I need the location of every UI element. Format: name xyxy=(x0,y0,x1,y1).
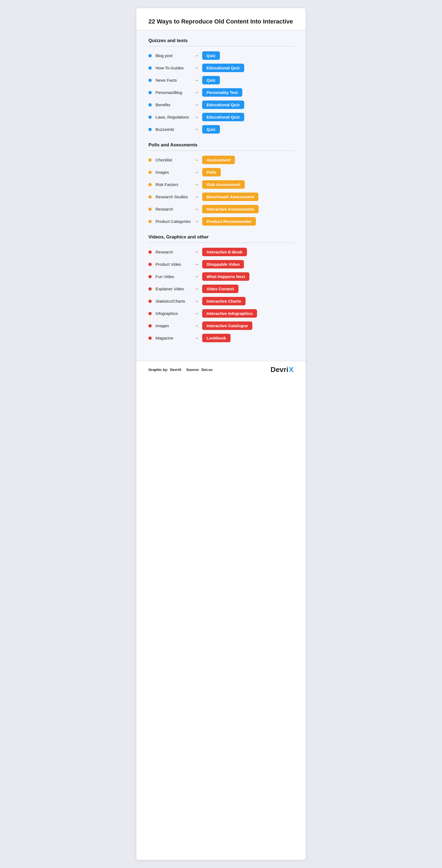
arrow-icon: → xyxy=(194,323,199,329)
list-item: Statistics/Charts→Interactive Charts xyxy=(148,297,294,305)
item-label: Explainer Video xyxy=(156,286,191,291)
graphic-by-value: DevriX xyxy=(170,368,181,372)
list-item: Risk Factors→Risk Assessment xyxy=(148,180,294,189)
item-label: Statistics/Charts xyxy=(156,299,191,304)
badge: Interactive E-Book xyxy=(202,248,247,256)
badge: Quiz xyxy=(202,76,220,84)
section-videos: Videos, Graphics and otherResearch→Inter… xyxy=(148,234,294,342)
section-quizzes: Quizzes and testsBlog post→QuizHow-To-Gu… xyxy=(148,38,294,133)
arrow-icon: → xyxy=(194,53,199,58)
item-label: Checklist xyxy=(156,158,191,162)
badge: Educational Quiz xyxy=(202,64,244,72)
item-label: Risk Factors xyxy=(156,182,191,187)
badge: Quiz xyxy=(202,125,220,133)
bullet-blue xyxy=(148,116,152,119)
item-label: Benefits xyxy=(156,102,191,107)
list-item: Research→Interactive E-Book xyxy=(148,248,294,256)
arrow-icon: → xyxy=(194,207,199,212)
item-label: Personas/Blog xyxy=(156,90,191,95)
badge: Educational Quiz xyxy=(202,100,244,109)
arrow-icon: → xyxy=(194,169,199,175)
section-polls: Polls and AsessmentsChecklist→Assessment… xyxy=(148,142,294,226)
item-label: Research xyxy=(156,250,191,254)
bullet-blue xyxy=(148,66,152,70)
badge: Assessment xyxy=(202,156,235,164)
arrow-icon: → xyxy=(194,219,199,224)
main-title: 22 Ways to Reproduce Old Content Into In… xyxy=(136,8,306,30)
logo-x: X xyxy=(289,366,294,374)
item-label: Magazine xyxy=(156,336,191,340)
arrow-icon: → xyxy=(194,274,199,279)
item-label: How-To-Guides xyxy=(156,66,191,70)
badge: Product Recommender xyxy=(202,217,256,226)
source-value: Dot.vu xyxy=(201,368,212,372)
bullet-orange xyxy=(148,208,152,211)
bullet-red xyxy=(148,337,152,340)
bullet-red xyxy=(148,250,152,254)
item-label: News Facts xyxy=(156,78,191,83)
arrow-icon: → xyxy=(194,157,199,163)
section-title-polls: Polls and Asessments xyxy=(148,142,294,148)
list-item: Fun Video→What Happens Next xyxy=(148,272,294,281)
footer: Graphic by: DevriX Source: Dot.vu DevriX xyxy=(136,361,306,378)
list-item: Images→Interactive Catalogue xyxy=(148,321,294,330)
bullet-orange xyxy=(148,183,152,186)
item-label: Laws, Regulations xyxy=(156,115,191,119)
badge: Interactive Catalogue xyxy=(202,321,252,330)
list-item: Product Categories→Product Recommender xyxy=(148,217,294,226)
bullet-red xyxy=(148,263,152,266)
bullet-orange xyxy=(148,171,152,174)
item-label: Research Studies xyxy=(156,194,191,199)
list-item: Personas/Blog→Personality Test xyxy=(148,88,294,97)
item-label: Product Video xyxy=(156,262,191,267)
badge: Benchmark Assessment xyxy=(202,192,259,201)
bullet-blue xyxy=(148,79,152,82)
list-item: Explainer Video→Video Contest xyxy=(148,285,294,293)
list-item: Laws, Regulations→Educational Quiz xyxy=(148,113,294,121)
list-item: Images→Polls xyxy=(148,168,294,177)
bullet-red xyxy=(148,275,152,278)
bullet-blue xyxy=(148,91,152,94)
item-label: Product Categories xyxy=(156,219,191,224)
list-item: Product Video→Shoppable Video xyxy=(148,260,294,269)
bullet-orange xyxy=(148,220,152,223)
item-label: Blog post xyxy=(156,53,191,58)
main-card: 22 Ways to Reproduce Old Content Into In… xyxy=(136,8,306,860)
graphic-by-label: Graphic by: xyxy=(148,368,168,372)
bullet-red xyxy=(148,312,152,315)
bullet-red xyxy=(148,324,152,328)
badge: Interactive Assessments xyxy=(202,205,259,213)
arrow-icon: → xyxy=(194,102,199,107)
list-item: How-To-Guides→Educational Quiz xyxy=(148,64,294,72)
item-label: Fun Video xyxy=(156,274,191,279)
logo-text: Devri xyxy=(271,366,288,374)
badge: What Happens Next xyxy=(202,272,249,281)
item-label: Images xyxy=(156,323,191,328)
arrow-icon: → xyxy=(194,262,199,267)
arrow-icon: → xyxy=(194,286,199,292)
section-title-videos: Videos, Graphics and other xyxy=(148,234,294,240)
list-item: Checklist→Assessment xyxy=(148,156,294,164)
arrow-icon: → xyxy=(194,311,199,316)
list-item: News Facts→Quiz xyxy=(148,76,294,84)
list-item: Infographics→Interactive Infographics xyxy=(148,309,294,318)
badge: Quiz xyxy=(202,51,220,60)
list-item: Buzzwirds→Quiz xyxy=(148,125,294,133)
badge: Video Contest xyxy=(202,285,238,293)
badge: Interactive Charts xyxy=(202,297,245,305)
arrow-icon: → xyxy=(194,194,199,200)
bullet-blue xyxy=(148,54,152,57)
arrow-icon: → xyxy=(194,182,199,187)
arrow-icon: → xyxy=(194,90,199,95)
section-title-quizzes: Quizzes and tests xyxy=(148,38,294,43)
arrow-icon: → xyxy=(194,249,199,255)
bullet-orange xyxy=(148,158,152,162)
list-item: Blog post→Quiz xyxy=(148,51,294,60)
arrow-icon: → xyxy=(194,65,199,71)
list-item: Research→Interactive Assessments xyxy=(148,205,294,213)
list-item: Magazine→Lookbook xyxy=(148,334,294,342)
footer-credit: Graphic by: DevriX Source: Dot.vu xyxy=(148,368,212,372)
item-label: Buzzwirds xyxy=(156,127,191,132)
content-area: Quizzes and testsBlog post→QuizHow-To-Gu… xyxy=(136,30,306,361)
badge: Personality Test xyxy=(202,88,242,97)
